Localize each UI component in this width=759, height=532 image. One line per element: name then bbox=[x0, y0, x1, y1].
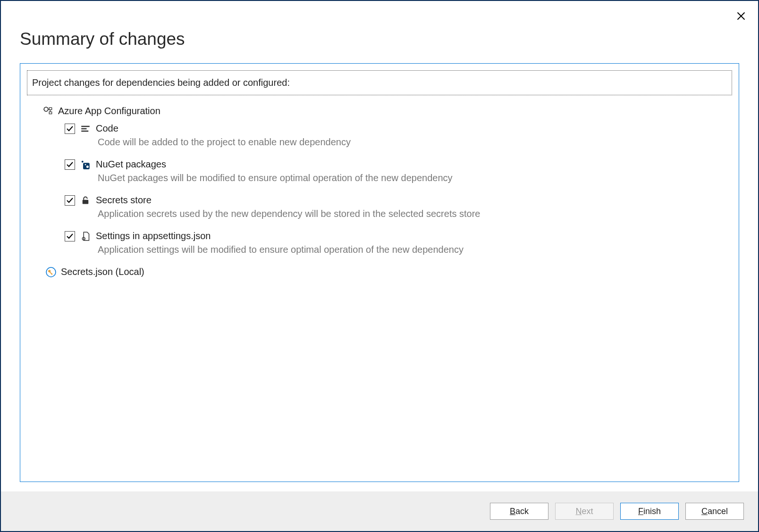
svg-rect-7 bbox=[81, 130, 88, 132]
change-title-secrets: Secrets store bbox=[96, 195, 152, 206]
checkbox-nuget[interactable] bbox=[65, 159, 75, 170]
svg-point-8 bbox=[82, 160, 84, 162]
svg-point-9 bbox=[85, 164, 86, 165]
change-item-secrets: Secrets store Application secrets used b… bbox=[27, 195, 732, 219]
finish-label-rest: inish bbox=[643, 507, 661, 516]
svg-rect-4 bbox=[49, 112, 52, 114]
svg-point-13 bbox=[46, 267, 56, 277]
svg-rect-11 bbox=[83, 200, 89, 204]
content-panel: Project changes for dependencies being a… bbox=[20, 63, 739, 482]
intro-text: Project changes for dependencies being a… bbox=[27, 70, 732, 95]
change-item-nuget: NuGet packages NuGet packages will be mo… bbox=[27, 159, 732, 183]
secrets-store-label: Secrets.json (Local) bbox=[61, 266, 144, 277]
dialog-title: Summary of changes bbox=[20, 29, 739, 49]
next-label-rest: ext bbox=[582, 507, 593, 516]
next-button: Next bbox=[555, 503, 614, 520]
change-item-appsettings: Settings in appsettings.json Application… bbox=[27, 231, 732, 255]
close-icon bbox=[736, 11, 746, 21]
dialog-window: Summary of changes Project changes for d… bbox=[0, 0, 759, 532]
secrets-store-row: Secrets.json (Local) bbox=[27, 266, 732, 277]
dialog-footer: Back Next Finish Cancel bbox=[1, 491, 758, 531]
checkbox-secrets[interactable] bbox=[65, 195, 75, 206]
finish-button[interactable]: Finish bbox=[620, 503, 679, 520]
change-title-appsettings: Settings in appsettings.json bbox=[96, 231, 211, 241]
svg-rect-5 bbox=[81, 125, 90, 127]
azure-app-config-icon bbox=[43, 106, 53, 116]
change-title-nuget: NuGet packages bbox=[96, 159, 166, 170]
change-desc-appsettings: Application settings will be modified to… bbox=[65, 244, 732, 255]
dependency-name: Azure App Configuration bbox=[58, 106, 160, 116]
dependency-row: Azure App Configuration bbox=[27, 106, 732, 116]
back-label-rest: ack bbox=[515, 507, 529, 516]
change-item-code: Code Code will be added to the project t… bbox=[27, 123, 732, 148]
nuget-icon bbox=[81, 160, 90, 169]
change-desc-secrets: Application secrets used by the new depe… bbox=[65, 208, 732, 219]
cancel-label-rest: ancel bbox=[708, 507, 728, 516]
dialog-header: Summary of changes bbox=[1, 1, 758, 63]
settings-file-icon bbox=[81, 232, 90, 241]
close-button[interactable] bbox=[734, 8, 749, 24]
svg-point-10 bbox=[86, 165, 89, 167]
lock-icon bbox=[81, 196, 90, 205]
svg-rect-3 bbox=[49, 108, 52, 109]
back-button[interactable]: Back bbox=[490, 503, 548, 520]
checkbox-appsettings[interactable] bbox=[65, 231, 75, 241]
cancel-button[interactable]: Cancel bbox=[685, 503, 744, 520]
code-icon bbox=[81, 124, 90, 133]
change-desc-nuget: NuGet packages will be modified to ensur… bbox=[65, 173, 732, 183]
content-wrapper: Project changes for dependencies being a… bbox=[1, 63, 758, 491]
change-desc-code: Code will be added to the project to ena… bbox=[65, 137, 732, 148]
key-icon bbox=[46, 267, 56, 277]
svg-rect-6 bbox=[81, 128, 86, 129]
change-title-code: Code bbox=[96, 123, 118, 134]
checkbox-code[interactable] bbox=[65, 124, 75, 134]
